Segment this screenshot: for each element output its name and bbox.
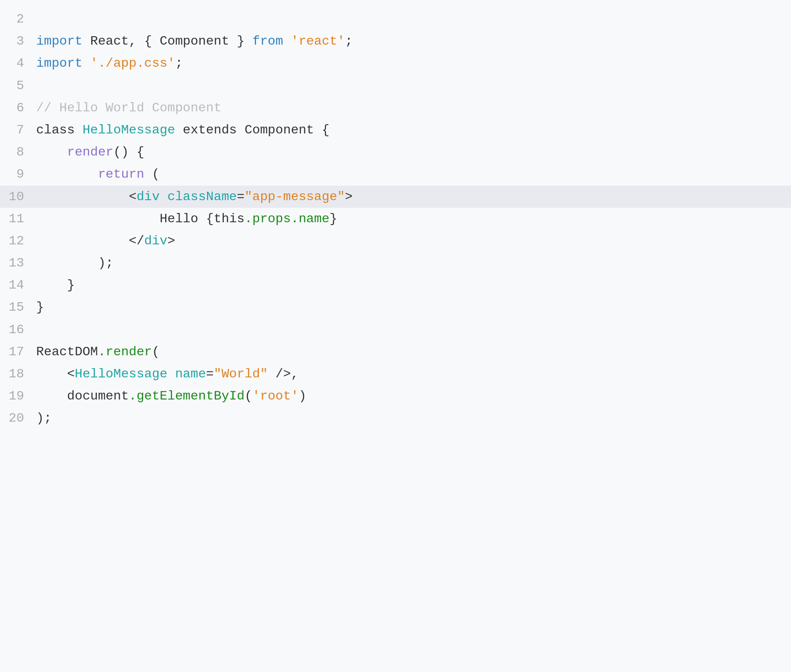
line-number: 13 [0, 253, 36, 273]
line-content: ); [36, 253, 791, 273]
token-normal [160, 189, 167, 204]
code-line: 14 } [0, 274, 791, 296]
line-content: Hello {this.props.name} [36, 209, 791, 229]
token-normal: />, [268, 367, 299, 381]
token-normal: ); [36, 256, 113, 270]
token-normal: } [36, 278, 75, 293]
line-content: } [36, 275, 791, 295]
code-line: 13 ); [0, 252, 791, 274]
token-normal [167, 367, 175, 381]
line-content: render() { [36, 142, 791, 162]
line-number: 12 [0, 231, 36, 251]
token-normal: () { [113, 145, 144, 160]
code-line: 5 [0, 75, 791, 97]
token-method: .getElementById [129, 389, 244, 404]
token-kw-import: import [36, 56, 82, 71]
token-jsx-attr: name [175, 367, 206, 381]
token-string: "app-message" [244, 189, 345, 204]
line-content: ); [36, 408, 791, 428]
token-normal: > [345, 189, 352, 204]
line-number: 11 [0, 209, 36, 229]
line-number: 2 [0, 9, 36, 29]
line-number: 16 [0, 320, 36, 340]
code-line: 19 document.getElementById('root') [0, 385, 791, 407]
code-line: 17ReactDOM.render( [0, 341, 791, 363]
code-line: 7class HelloMessage extends Component { [0, 119, 791, 141]
token-kw-from: from [252, 34, 283, 49]
token-string: "World" [214, 367, 268, 381]
line-number: 5 [0, 76, 36, 96]
token-normal: = [237, 189, 244, 204]
token-normal: ( [244, 389, 252, 404]
line-number: 6 [0, 98, 36, 118]
token-normal: ( [144, 167, 160, 182]
token-string: 'root' [252, 389, 299, 404]
token-class-name: HelloMessage [75, 367, 167, 381]
token-class-name: HelloMessage [82, 123, 175, 137]
line-content [36, 9, 791, 29]
token-normal: ; [345, 34, 352, 49]
line-number: 15 [0, 297, 36, 318]
line-number: 8 [0, 142, 36, 162]
code-line: 8 render() { [0, 141, 791, 163]
line-number: 3 [0, 31, 36, 51]
token-normal [36, 167, 98, 182]
token-normal: document [36, 389, 129, 404]
line-content: class HelloMessage extends Component { [36, 120, 791, 140]
line-content: </div> [36, 231, 791, 251]
line-content: // Hello World Component [36, 98, 791, 118]
line-content [36, 320, 791, 340]
code-line: 16 [0, 319, 791, 341]
token-method: .render [98, 344, 152, 359]
token-kw-import: import [36, 34, 82, 49]
line-content: return ( [36, 164, 791, 184]
token-normal: } [36, 300, 44, 315]
line-content [36, 76, 791, 96]
token-normal: ) [299, 389, 306, 404]
line-number: 4 [0, 53, 36, 74]
token-jsx-attr: className [167, 189, 237, 204]
token-normal: < [36, 367, 75, 381]
token-normal: = [206, 367, 213, 381]
token-normal: ); [36, 411, 51, 426]
code-line: 3import React, { Component } from 'react… [0, 30, 791, 52]
token-normal [36, 145, 67, 160]
code-editor: 2 3import React, { Component } from 'rea… [0, 0, 791, 672]
line-number: 9 [0, 164, 36, 184]
line-content: } [36, 297, 791, 318]
token-normal: { [206, 211, 213, 226]
line-number: 18 [0, 364, 36, 384]
token-normal: Hello [36, 211, 206, 226]
token-kw-return: return [98, 167, 144, 182]
code-line: 12 </div> [0, 230, 791, 252]
code-line: 15} [0, 296, 791, 318]
line-number: 17 [0, 342, 36, 362]
token-normal: extends Component { [175, 123, 330, 137]
token-jsx-tag: div [144, 234, 168, 248]
line-content: <div className="app-message"> [36, 186, 791, 207]
token-jsx-tag: div [137, 189, 160, 204]
code-line: 20); [0, 407, 791, 429]
code-line: 11 Hello {this.props.name} [0, 208, 791, 230]
line-number: 19 [0, 386, 36, 406]
line-content: <HelloMessage name="World" />, [36, 364, 791, 384]
line-content: import './app.css'; [36, 53, 791, 74]
code-line: 9 return ( [0, 163, 791, 185]
token-string: 'react' [291, 34, 345, 49]
token-normal: </ [36, 234, 144, 248]
line-content: ReactDOM.render( [36, 342, 791, 362]
token-normal: class [36, 123, 82, 137]
token-normal: this [214, 211, 245, 226]
code-line: 18 <HelloMessage name="World" />, [0, 363, 791, 385]
token-normal: React, { Component } [82, 34, 252, 49]
line-number: 14 [0, 275, 36, 295]
token-method: .props.name [244, 211, 329, 226]
token-normal [36, 189, 129, 204]
code-line: 2 [0, 8, 791, 30]
token-normal [82, 56, 90, 71]
token-normal [283, 34, 291, 49]
token-normal: > [167, 234, 175, 248]
line-number: 10 [0, 186, 36, 207]
line-number: 7 [0, 120, 36, 140]
code-line: 4import './app.css'; [0, 52, 791, 74]
